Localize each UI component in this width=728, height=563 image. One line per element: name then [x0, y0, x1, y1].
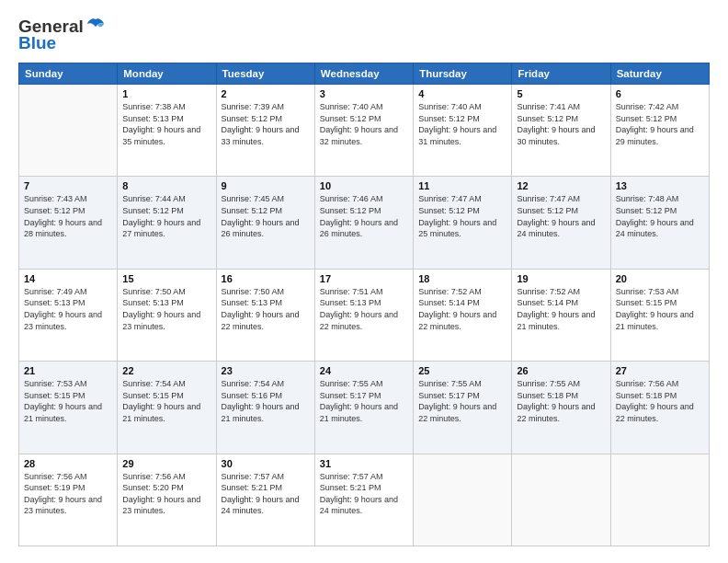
day-info: Sunrise: 7:53 AM Sunset: 5:15 PM Dayligh… [24, 378, 112, 424]
table-row: 29 Sunrise: 7:56 AM Sunset: 5:20 PM Dayl… [118, 454, 216, 546]
day-info: Sunrise: 7:47 AM Sunset: 5:12 PM Dayligh… [517, 193, 605, 239]
calendar-week-row: 21 Sunrise: 7:53 AM Sunset: 5:15 PM Dayl… [19, 362, 710, 454]
day-info: Sunrise: 7:40 AM Sunset: 5:12 PM Dayligh… [320, 101, 408, 147]
header: General Blue [18, 17, 710, 53]
table-row: 2 Sunrise: 7:39 AM Sunset: 5:12 PM Dayli… [216, 85, 314, 177]
day-info: Sunrise: 7:52 AM Sunset: 5:14 PM Dayligh… [517, 286, 605, 332]
day-info: Sunrise: 7:40 AM Sunset: 5:12 PM Dayligh… [418, 101, 506, 147]
day-info: Sunrise: 7:44 AM Sunset: 5:12 PM Dayligh… [122, 193, 210, 239]
table-row: 14 Sunrise: 7:49 AM Sunset: 5:13 PM Dayl… [19, 269, 118, 361]
day-number: 27 [616, 365, 704, 376]
day-number: 5 [517, 88, 605, 99]
day-number: 4 [418, 88, 506, 99]
day-info: Sunrise: 7:49 AM Sunset: 5:13 PM Dayligh… [24, 286, 112, 332]
day-info: Sunrise: 7:54 AM Sunset: 5:16 PM Dayligh… [222, 378, 310, 424]
logo-bird-icon [85, 17, 106, 37]
table-row: 4 Sunrise: 7:40 AM Sunset: 5:12 PM Dayli… [414, 85, 512, 177]
table-row: 28 Sunrise: 7:56 AM Sunset: 5:19 PM Dayl… [19, 454, 118, 546]
day-number: 14 [24, 273, 112, 284]
day-info: Sunrise: 7:57 AM Sunset: 5:21 PM Dayligh… [320, 471, 408, 517]
table-row: 23 Sunrise: 7:54 AM Sunset: 5:16 PM Dayl… [216, 362, 314, 454]
day-info: Sunrise: 7:51 AM Sunset: 5:13 PM Dayligh… [320, 286, 408, 332]
calendar-week-row: 1 Sunrise: 7:38 AM Sunset: 5:13 PM Dayli… [19, 85, 710, 177]
table-row: 13 Sunrise: 7:48 AM Sunset: 5:12 PM Dayl… [610, 177, 709, 269]
table-row: 10 Sunrise: 7:46 AM Sunset: 5:12 PM Dayl… [314, 177, 413, 269]
day-info: Sunrise: 7:45 AM Sunset: 5:12 PM Dayligh… [222, 193, 310, 239]
day-info: Sunrise: 7:42 AM Sunset: 5:12 PM Dayligh… [616, 101, 704, 147]
table-row: 18 Sunrise: 7:52 AM Sunset: 5:14 PM Dayl… [414, 269, 512, 361]
table-row: 22 Sunrise: 7:54 AM Sunset: 5:15 PM Dayl… [118, 362, 216, 454]
day-number: 6 [616, 88, 704, 99]
day-number: 29 [122, 458, 210, 469]
table-row: 12 Sunrise: 7:47 AM Sunset: 5:12 PM Dayl… [512, 177, 610, 269]
day-number: 31 [320, 458, 408, 469]
calendar-header-row: Sunday Monday Tuesday Wednesday Thursday… [19, 63, 710, 85]
day-info: Sunrise: 7:47 AM Sunset: 5:12 PM Dayligh… [418, 193, 506, 239]
table-row: 20 Sunrise: 7:53 AM Sunset: 5:15 PM Dayl… [610, 269, 709, 361]
day-number: 3 [320, 88, 408, 99]
col-wednesday: Wednesday [314, 63, 413, 85]
table-row: 24 Sunrise: 7:55 AM Sunset: 5:17 PM Dayl… [314, 362, 413, 454]
day-number: 12 [517, 180, 605, 191]
day-number: 26 [517, 365, 605, 376]
table-row: 30 Sunrise: 7:57 AM Sunset: 5:21 PM Dayl… [216, 454, 314, 546]
day-number: 18 [418, 273, 506, 284]
calendar-week-row: 14 Sunrise: 7:49 AM Sunset: 5:13 PM Dayl… [19, 269, 710, 361]
day-number: 10 [320, 180, 408, 191]
col-friday: Friday [512, 63, 610, 85]
col-saturday: Saturday [610, 63, 709, 85]
page: General Blue Sunday Monday Tuesday Wedne… [0, 0, 728, 563]
table-row [414, 454, 512, 546]
table-row: 31 Sunrise: 7:57 AM Sunset: 5:21 PM Dayl… [314, 454, 413, 546]
day-number: 22 [122, 365, 210, 376]
col-monday: Monday [118, 63, 216, 85]
day-number: 11 [418, 180, 506, 191]
table-row: 27 Sunrise: 7:56 AM Sunset: 5:18 PM Dayl… [610, 362, 709, 454]
day-info: Sunrise: 7:53 AM Sunset: 5:15 PM Dayligh… [616, 286, 704, 332]
table-row [512, 454, 610, 546]
day-number: 13 [616, 180, 704, 191]
day-info: Sunrise: 7:55 AM Sunset: 5:17 PM Dayligh… [320, 378, 408, 424]
day-number: 2 [222, 88, 310, 99]
table-row: 25 Sunrise: 7:55 AM Sunset: 5:17 PM Dayl… [414, 362, 512, 454]
day-info: Sunrise: 7:43 AM Sunset: 5:12 PM Dayligh… [24, 193, 112, 239]
table-row [610, 454, 709, 546]
col-tuesday: Tuesday [216, 63, 314, 85]
table-row [19, 85, 118, 177]
day-number: 28 [24, 458, 112, 469]
calendar-week-row: 7 Sunrise: 7:43 AM Sunset: 5:12 PM Dayli… [19, 177, 710, 269]
day-number: 7 [24, 180, 112, 191]
day-info: Sunrise: 7:56 AM Sunset: 5:20 PM Dayligh… [122, 471, 210, 517]
day-info: Sunrise: 7:46 AM Sunset: 5:12 PM Dayligh… [320, 193, 408, 239]
day-number: 20 [616, 273, 704, 284]
day-number: 23 [222, 365, 310, 376]
day-number: 15 [122, 273, 210, 284]
table-row: 16 Sunrise: 7:50 AM Sunset: 5:13 PM Dayl… [216, 269, 314, 361]
table-row: 8 Sunrise: 7:44 AM Sunset: 5:12 PM Dayli… [118, 177, 216, 269]
day-info: Sunrise: 7:57 AM Sunset: 5:21 PM Dayligh… [222, 471, 310, 517]
day-number: 25 [418, 365, 506, 376]
logo-blue-text: Blue [18, 33, 56, 53]
day-info: Sunrise: 7:38 AM Sunset: 5:13 PM Dayligh… [122, 101, 210, 147]
calendar: Sunday Monday Tuesday Wednesday Thursday… [18, 63, 710, 546]
day-number: 24 [320, 365, 408, 376]
table-row: 1 Sunrise: 7:38 AM Sunset: 5:13 PM Dayli… [118, 85, 216, 177]
table-row: 3 Sunrise: 7:40 AM Sunset: 5:12 PM Dayli… [314, 85, 413, 177]
day-number: 1 [122, 88, 210, 99]
table-row: 19 Sunrise: 7:52 AM Sunset: 5:14 PM Dayl… [512, 269, 610, 361]
day-number: 30 [222, 458, 310, 469]
col-sunday: Sunday [19, 63, 118, 85]
col-thursday: Thursday [414, 63, 512, 85]
table-row: 11 Sunrise: 7:47 AM Sunset: 5:12 PM Dayl… [414, 177, 512, 269]
day-info: Sunrise: 7:50 AM Sunset: 5:13 PM Dayligh… [222, 286, 310, 332]
table-row: 15 Sunrise: 7:50 AM Sunset: 5:13 PM Dayl… [118, 269, 216, 361]
day-number: 19 [517, 273, 605, 284]
table-row: 7 Sunrise: 7:43 AM Sunset: 5:12 PM Dayli… [19, 177, 118, 269]
calendar-week-row: 28 Sunrise: 7:56 AM Sunset: 5:19 PM Dayl… [19, 454, 710, 546]
day-info: Sunrise: 7:48 AM Sunset: 5:12 PM Dayligh… [616, 193, 704, 239]
table-row: 17 Sunrise: 7:51 AM Sunset: 5:13 PM Dayl… [314, 269, 413, 361]
day-info: Sunrise: 7:50 AM Sunset: 5:13 PM Dayligh… [122, 286, 210, 332]
day-number: 16 [222, 273, 310, 284]
day-number: 21 [24, 365, 112, 376]
day-info: Sunrise: 7:55 AM Sunset: 5:17 PM Dayligh… [418, 378, 506, 424]
